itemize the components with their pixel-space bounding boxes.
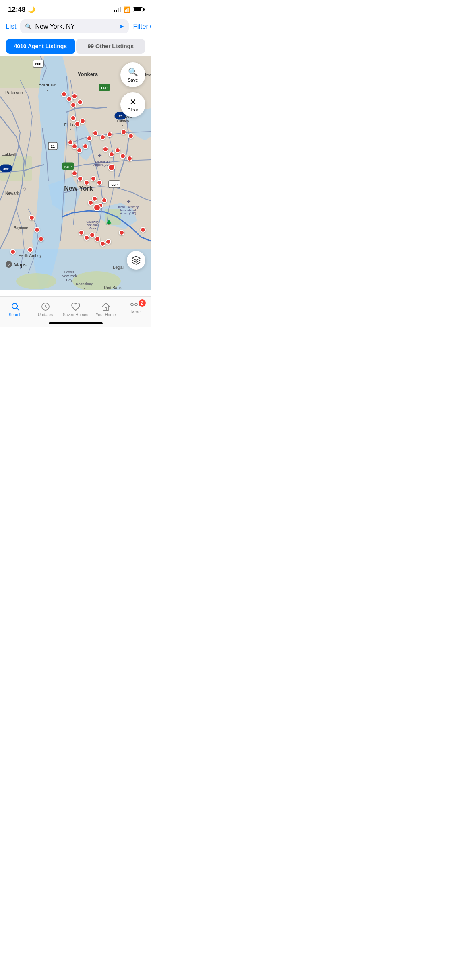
svg-text:Paterson: Paterson <box>5 90 23 95</box>
property-pin[interactable] <box>72 171 77 176</box>
listings-tabs: 4010 Agent Listings 99 Other Listings <box>6 39 145 54</box>
svg-text:✈: ✈ <box>127 199 131 204</box>
property-pin[interactable] <box>27 247 33 253</box>
property-pin[interactable] <box>84 180 89 185</box>
property-pin[interactable] <box>103 146 108 152</box>
svg-text:•: • <box>70 128 71 131</box>
save-button-label: Save <box>128 78 138 82</box>
svg-text:•: • <box>21 230 22 234</box>
other-listings-tab[interactable]: 99 Other Listings <box>76 39 146 54</box>
status-time: 12:48 🌙 <box>8 6 35 14</box>
nav-updates[interactable]: Updates <box>30 300 60 319</box>
property-pin[interactable] <box>115 148 120 153</box>
svg-point-64 <box>131 303 133 306</box>
save-map-button[interactable]: 🔍 Save <box>120 62 145 87</box>
property-pin[interactable] <box>29 215 35 220</box>
property-pin[interactable] <box>87 136 92 141</box>
apple-maps-icon: M <box>6 261 12 268</box>
svg-text:Keansburg: Keansburg <box>76 282 93 286</box>
more-badge: 2 <box>139 299 146 307</box>
property-pin[interactable] <box>109 152 114 157</box>
svg-text:M: M <box>8 263 10 267</box>
svg-text:✈: ✈ <box>23 186 27 192</box>
property-pin[interactable] <box>120 153 126 159</box>
property-pin[interactable] <box>92 196 97 202</box>
property-pin[interactable] <box>121 129 126 135</box>
property-pin[interactable] <box>80 118 85 124</box>
svg-point-65 <box>135 303 137 306</box>
maps-logo: M Maps <box>6 261 27 268</box>
property-pin[interactable] <box>77 148 82 153</box>
svg-text:Red Bank: Red Bank <box>104 286 122 290</box>
property-pin[interactable] <box>108 164 115 171</box>
property-pin[interactable] <box>66 96 72 102</box>
nav-more[interactable]: 2 More <box>121 300 151 319</box>
legal-link[interactable]: Legal <box>113 265 124 270</box>
search-input[interactable] <box>35 23 116 30</box>
location-icon[interactable]: ➤ <box>119 23 124 30</box>
property-pin[interactable] <box>77 176 83 181</box>
moon-icon: 🌙 <box>28 6 35 13</box>
map-container[interactable]: 208 21 280 NJTP 95 GCP Paterson • Paramu… <box>0 56 151 290</box>
property-pin[interactable] <box>10 249 16 255</box>
property-pin[interactable] <box>34 227 40 233</box>
property-pin[interactable] <box>93 130 98 136</box>
property-pin[interactable] <box>72 93 77 99</box>
svg-point-1 <box>16 273 56 289</box>
property-pin[interactable] <box>77 99 83 105</box>
svg-text:International: International <box>120 209 136 212</box>
svg-text:•: • <box>122 123 124 127</box>
nav-your-home[interactable]: Your Home <box>91 300 121 319</box>
property-pin[interactable] <box>38 236 44 242</box>
nav-search[interactable]: Search <box>0 300 30 319</box>
property-pin[interactable] <box>128 133 134 139</box>
property-pin[interactable] <box>70 102 76 108</box>
filter-badge: 2 <box>150 22 151 31</box>
property-pin[interactable] <box>97 180 102 185</box>
agent-listings-tab[interactable]: 4010 Agent Listings <box>6 39 75 54</box>
property-pin[interactable] <box>95 236 100 242</box>
clear-map-button[interactable]: ✕ Clear <box>120 92 145 117</box>
svg-text:...aldwell: ...aldwell <box>2 152 16 156</box>
map-layers-button[interactable] <box>127 251 145 270</box>
property-pin[interactable] <box>84 235 89 241</box>
nav-saved-homes[interactable]: Saved Homes <box>60 300 91 319</box>
time-display: 12:48 <box>8 6 25 14</box>
filter-button[interactable]: Filter 2 <box>133 22 151 31</box>
property-pin[interactable] <box>61 91 67 97</box>
svg-text:Area: Area <box>89 226 96 230</box>
property-pin[interactable] <box>79 230 84 235</box>
list-button[interactable]: List <box>6 23 16 31</box>
svg-text:21: 21 <box>51 144 55 148</box>
saved-homes-nav-icon <box>71 302 81 311</box>
property-pin[interactable] <box>74 121 80 127</box>
layers-icon <box>131 255 141 265</box>
svg-line-62 <box>17 308 19 311</box>
status-bar: 12:48 🌙 📶 <box>0 0 151 17</box>
svg-text:•: • <box>14 96 15 100</box>
property-pin[interactable] <box>70 115 76 121</box>
property-pin[interactable] <box>91 176 96 181</box>
search-bar-container: 🔍 ➤ <box>20 19 129 33</box>
svg-text:Newark: Newark <box>5 191 19 196</box>
property-pin[interactable] <box>127 156 132 161</box>
svg-text:NJTP: NJTP <box>64 165 72 168</box>
svg-text:Airport (JFK): Airport (JFK) <box>120 212 136 215</box>
property-pin[interactable] <box>89 232 95 238</box>
home-indicator <box>49 322 103 324</box>
svg-text:Paramus: Paramus <box>39 82 57 87</box>
svg-text:•: • <box>87 78 89 82</box>
property-pin[interactable] <box>101 198 107 203</box>
property-pin[interactable] <box>100 241 105 247</box>
property-pin[interactable] <box>83 144 88 149</box>
property-pin[interactable] <box>107 132 112 137</box>
property-pin[interactable] <box>93 204 101 211</box>
property-pin[interactable] <box>100 134 105 140</box>
property-pin[interactable] <box>105 239 111 245</box>
property-pin[interactable] <box>72 144 77 149</box>
svg-text:Yonkers: Yonkers <box>78 71 98 77</box>
property-pin[interactable] <box>119 230 124 235</box>
property-pin[interactable] <box>140 227 146 233</box>
bottom-nav: Search Updates Saved Homes Your Home 2 <box>0 296 151 327</box>
updates-nav-label: Updates <box>38 313 53 317</box>
